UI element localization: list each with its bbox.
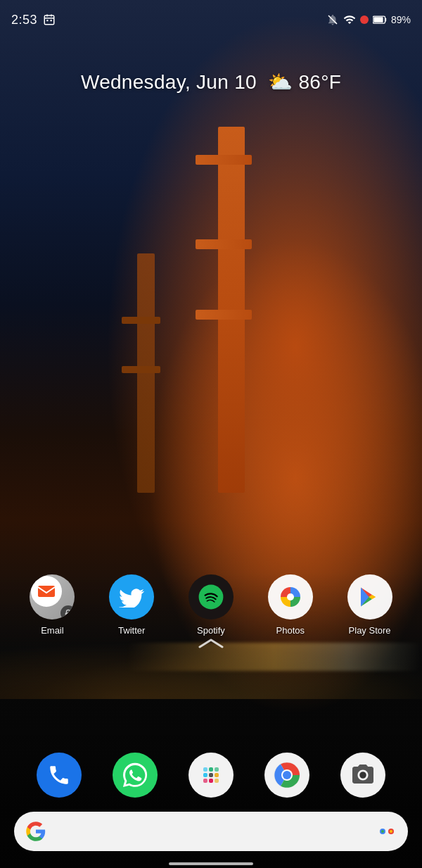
status-left: 2:53 [11, 13, 56, 27]
weather-icon: ⛅ [268, 71, 293, 93]
svg-rect-21 [209, 773, 213, 777]
svg-rect-13 [203, 773, 207, 777]
battery-icon [373, 15, 387, 25]
dock-whatsapp[interactable] [103, 753, 167, 798]
svg-rect-0 [44, 15, 54, 25]
svg-point-28 [390, 830, 392, 833]
dock-chrome[interactable] [255, 753, 319, 798]
dock-camera[interactable] [331, 753, 395, 798]
status-time: 2:53 [11, 13, 37, 27]
svg-rect-10 [65, 612, 72, 617]
dock-phone[interactable] [27, 753, 91, 798]
app-playstore-label: Play Store [349, 625, 391, 636]
app-photos-label: Photos [276, 625, 305, 636]
svg-rect-9 [373, 17, 383, 23]
status-right: 89% [326, 13, 411, 26]
status-bar: 2:53 [0, 0, 422, 39]
app-spotify[interactable]: Spotify [179, 574, 243, 636]
battery-percentage: 89% [391, 14, 411, 25]
phone-icon [47, 763, 71, 787]
temperature-text: 86°F [298, 71, 341, 93]
svg-rect-18 [215, 779, 219, 783]
svg-rect-20 [203, 779, 207, 783]
whatsapp-icon [122, 762, 148, 788]
recording-indicator [360, 15, 369, 24]
photos-icon [276, 583, 305, 611]
svg-rect-4 [46, 20, 48, 21]
app-email[interactable]: Email [20, 574, 84, 636]
app-photos[interactable]: Photos [259, 574, 322, 636]
lock-icon [64, 609, 72, 617]
calendar-icon [43, 13, 56, 26]
svg-rect-15 [209, 767, 213, 772]
date-display: Wednesday, Jun 10 ⛅ 86°F [0, 70, 422, 94]
spotify-icon [198, 584, 224, 610]
svg-point-27 [381, 830, 384, 833]
dock-slack[interactable] [179, 753, 243, 798]
playstore-icon [357, 584, 383, 610]
date-weather-widget: Wednesday, Jun 10 ⛅ 86°F [0, 70, 422, 94]
mute-icon [326, 13, 339, 26]
chrome-icon [273, 761, 301, 789]
google-g-logo [25, 821, 46, 842]
svg-point-24 [283, 771, 291, 779]
svg-rect-17 [215, 773, 219, 777]
wifi-icon [343, 13, 356, 26]
app-row-main: Email Twitter Spotify [0, 574, 422, 636]
svg-rect-14 [203, 767, 207, 772]
app-playstore[interactable]: Play Store [338, 574, 402, 636]
svg-rect-16 [215, 767, 219, 772]
svg-point-12 [287, 593, 294, 600]
app-twitter-label: Twitter [118, 625, 145, 636]
twitter-bird-icon [119, 586, 144, 608]
dock [0, 753, 422, 798]
google-search-bar[interactable] [14, 812, 408, 851]
svg-rect-19 [209, 779, 213, 783]
svg-rect-8 [385, 18, 386, 22]
google-assistant-icon [377, 822, 397, 841]
app-email-label: Email [41, 625, 64, 636]
camera-icon [350, 762, 376, 788]
app-twitter[interactable]: Twitter [100, 574, 163, 636]
svg-rect-5 [51, 20, 52, 21]
app-drawer-handle[interactable] [197, 636, 225, 650]
slack-icon [198, 762, 224, 788]
app-spotify-label: Spotify [197, 625, 225, 636]
nav-bar [169, 862, 253, 865]
date-text: Wednesday, Jun 10 [81, 71, 257, 93]
